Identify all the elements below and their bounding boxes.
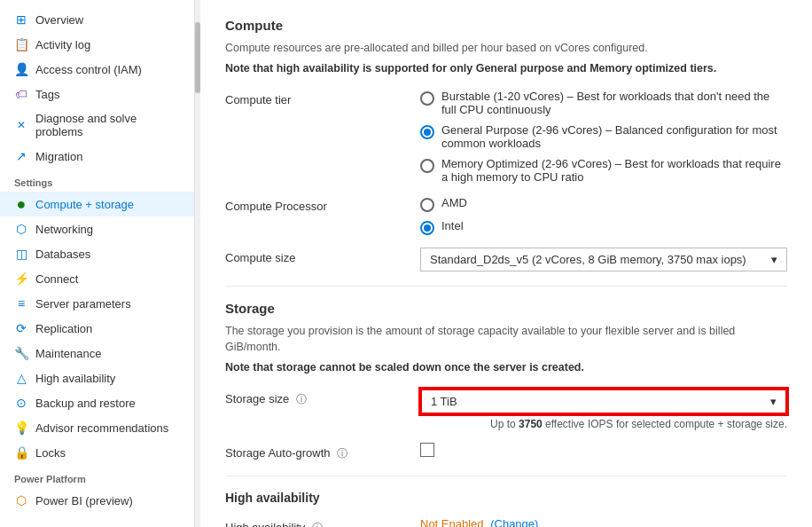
sidebar-item-migration[interactable]: ↗ Migration bbox=[0, 144, 194, 169]
sidebar-item-label: Replication bbox=[35, 322, 92, 335]
compute-info2: Note that high availability is supported… bbox=[225, 60, 787, 77]
sidebar-item-label: Server parameters bbox=[35, 297, 131, 311]
sidebar-item-activity-log[interactable]: 📋 Activity log bbox=[0, 32, 194, 57]
storage-size-control: 1 TiB ▾ Up to 3750 effective IOPS for se… bbox=[420, 389, 787, 430]
sidebar-item-label: Connect bbox=[35, 272, 78, 286]
tier-memory[interactable]: Memory Optimized (2-96 vCores) – Best fo… bbox=[420, 157, 787, 184]
sidebar-item-label: Tags bbox=[35, 88, 59, 101]
migration-icon: ↗ bbox=[14, 149, 28, 163]
compute-info1: Compute resources are pre-allocated and … bbox=[225, 40, 787, 57]
sidebar-item-compute-storage[interactable]: ● Compute + storage bbox=[0, 192, 194, 216]
sidebar-item-label: Networking bbox=[35, 223, 93, 236]
sidebar-item-diagnose[interactable]: ✕ Diagnose and solve problems bbox=[0, 106, 194, 144]
sidebar-scrollbar[interactable] bbox=[195, 0, 200, 527]
sidebar-scrollbar-thumb[interactable] bbox=[195, 22, 200, 93]
sidebar-item-locks[interactable]: 🔒 Locks bbox=[0, 440, 194, 465]
ha-label: High availability ⓘ bbox=[225, 517, 402, 527]
sidebar-item-overview[interactable]: ⊞ Overview bbox=[0, 7, 194, 32]
tier-general-label: General Purpose (2-96 vCores) – Balanced… bbox=[441, 123, 787, 150]
compute-processor-options: AMD Intel bbox=[420, 196, 787, 235]
server-parameters-icon: ≡ bbox=[14, 296, 28, 311]
compute-storage-divider bbox=[225, 286, 787, 287]
storage-size-select[interactable]: 1 TiB ▾ bbox=[420, 389, 787, 414]
ha-section-title: High availability bbox=[225, 491, 787, 505]
storage-info1: The storage you provision is the amount … bbox=[225, 323, 787, 357]
settings-section-title: Settings bbox=[0, 169, 194, 192]
storage-size-row: Storage size ⓘ 1 TiB ▾ Up to 3750 effect… bbox=[225, 389, 787, 430]
replication-icon: ⟳ bbox=[14, 321, 28, 335]
storage-size-value: 1 TiB bbox=[431, 395, 457, 408]
ha-status: Not Enabled bbox=[420, 517, 484, 527]
sidebar-item-label: Compute + storage bbox=[35, 198, 134, 211]
overview-icon: ⊞ bbox=[14, 12, 28, 27]
storage-info2: Note that storage cannot be scaled down … bbox=[225, 359, 787, 376]
compute-storage-icon: ● bbox=[14, 197, 28, 211]
sidebar-item-access-control[interactable]: 👤 Access control (IAM) bbox=[0, 57, 194, 82]
sidebar-item-label: Activity log bbox=[35, 38, 90, 51]
activity-log-icon: 📋 bbox=[14, 37, 28, 51]
sidebar-item-label: Power BI (preview) bbox=[35, 494, 133, 507]
sidebar-item-networking[interactable]: ⬡ Networking bbox=[0, 216, 194, 241]
networking-icon: ⬡ bbox=[14, 222, 28, 236]
tier-burstable-label: Burstable (1-20 vCores) – Best for workl… bbox=[441, 90, 787, 116]
tags-icon: 🏷 bbox=[14, 87, 28, 101]
sidebar-item-power-bi[interactable]: ⬡ Power BI (preview) bbox=[0, 488, 194, 513]
radio-general[interactable] bbox=[420, 125, 434, 139]
power-bi-icon: ⬡ bbox=[14, 493, 28, 507]
storage-autogrowth-checkbox[interactable] bbox=[420, 443, 434, 457]
power-platform-section-title: Power Platform bbox=[0, 465, 194, 488]
storage-autogrowth-label: Storage Auto-growth ⓘ bbox=[225, 443, 402, 461]
radio-memory[interactable] bbox=[420, 159, 434, 173]
compute-tier-label: Compute tier bbox=[225, 90, 402, 106]
processor-amd-label: AMD bbox=[441, 196, 467, 209]
ha-value-container: Not Enabled (Change) bbox=[420, 517, 787, 527]
sidebar-item-label: Advisor recommendations bbox=[35, 421, 168, 435]
sidebar-item-tags[interactable]: 🏷 Tags bbox=[0, 82, 194, 106]
tier-general[interactable]: General Purpose (2-96 vCores) – Balanced… bbox=[420, 123, 787, 150]
main-content: Compute Compute resources are pre-alloca… bbox=[200, 0, 812, 527]
iops-note: Up to 3750 effective IOPS for selected c… bbox=[420, 418, 787, 430]
storage-autogrowth-row: Storage Auto-growth ⓘ bbox=[225, 443, 787, 461]
sidebar-item-label: Diagnose and solve problems bbox=[35, 112, 180, 138]
sidebar-item-label: Backup and restore bbox=[35, 397, 136, 410]
compute-size-value: Standard_D2ds_v5 (2 vCores, 8 GiB memory… bbox=[430, 253, 746, 266]
sidebar-item-databases[interactable]: ◫ Databases bbox=[0, 241, 194, 266]
radio-intel[interactable] bbox=[420, 221, 434, 235]
storage-section-title: Storage bbox=[225, 301, 787, 316]
compute-size-label: Compute size bbox=[225, 248, 402, 264]
compute-size-chevron: ▾ bbox=[771, 253, 777, 266]
compute-size-row: Compute size Standard_D2ds_v5 (2 vCores,… bbox=[225, 248, 787, 271]
sidebar: ⊞ Overview 📋 Activity log 👤 Access contr… bbox=[0, 0, 195, 527]
compute-tier-options: Burstable (1-20 vCores) – Best for workl… bbox=[420, 90, 787, 184]
processor-intel[interactable]: Intel bbox=[420, 219, 787, 235]
sidebar-item-maintenance[interactable]: 🔧 Maintenance bbox=[0, 341, 194, 366]
sidebar-item-label: High availability bbox=[35, 372, 115, 385]
sidebar-item-high-availability[interactable]: △ High availability bbox=[0, 366, 194, 390]
sidebar-item-label: Maintenance bbox=[35, 347, 101, 360]
sidebar-item-connect[interactable]: ⚡ Connect bbox=[0, 266, 194, 291]
sidebar-item-server-parameters[interactable]: ≡ Server parameters bbox=[0, 291, 194, 316]
sidebar-item-backup-restore[interactable]: ⊙ Backup and restore bbox=[0, 390, 194, 415]
compute-size-control: Standard_D2ds_v5 (2 vCores, 8 GiB memory… bbox=[420, 248, 787, 271]
radio-amd[interactable] bbox=[420, 198, 434, 212]
tier-memory-label: Memory Optimized (2-96 vCores) – Best fo… bbox=[441, 157, 787, 184]
backup-restore-icon: ⊙ bbox=[14, 396, 28, 410]
compute-tier-row: Compute tier Burstable (1-20 vCores) – B… bbox=[225, 90, 787, 184]
tier-burstable[interactable]: Burstable (1-20 vCores) – Best for workl… bbox=[420, 90, 787, 116]
sidebar-item-advisor-recommendations[interactable]: 💡 Advisor recommendations bbox=[0, 415, 194, 440]
radio-burstable[interactable] bbox=[420, 91, 434, 106]
compute-section-title: Compute bbox=[225, 18, 787, 33]
access-control-icon: 👤 bbox=[14, 62, 28, 76]
compute-size-select[interactable]: Standard_D2ds_v5 (2 vCores, 8 GiB memory… bbox=[420, 248, 787, 271]
locks-icon: 🔒 bbox=[14, 445, 28, 460]
maintenance-icon: 🔧 bbox=[14, 346, 28, 360]
ha-change-button[interactable]: (Change) bbox=[490, 517, 538, 527]
compute-processor-row: Compute Processor AMD Intel bbox=[225, 196, 787, 235]
databases-icon: ◫ bbox=[14, 247, 28, 261]
ha-info-icon: ⓘ bbox=[312, 522, 323, 527]
advisor-icon: 💡 bbox=[14, 421, 28, 435]
sidebar-item-label: Migration bbox=[35, 150, 82, 163]
processor-amd[interactable]: AMD bbox=[420, 196, 787, 212]
sidebar-item-replication[interactable]: ⟳ Replication bbox=[0, 316, 194, 341]
storage-ha-divider bbox=[225, 476, 787, 476]
